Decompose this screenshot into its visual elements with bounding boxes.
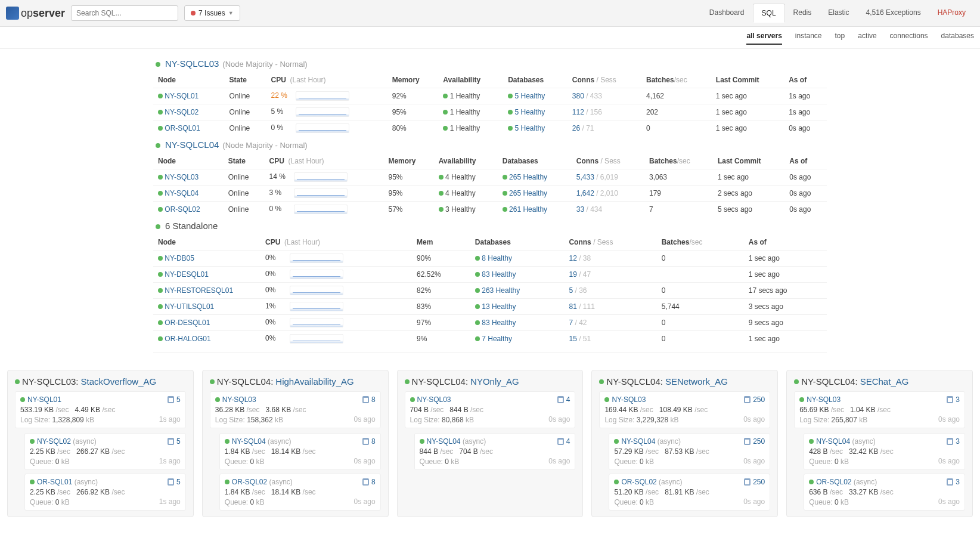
nav-dashboard[interactable]: Dashboard xyxy=(701,4,753,23)
db-link[interactable]: 5 Healthy xyxy=(515,92,545,100)
db-link[interactable]: 265 Healthy xyxy=(509,173,547,181)
conns-link[interactable]: 1,642 xyxy=(576,189,594,197)
conns-link[interactable]: 7 xyxy=(569,319,573,327)
nav--exceptions[interactable]: 4,516 Exceptions xyxy=(858,4,929,23)
replica-node-link[interactable]: NY-SQL02 xyxy=(37,437,71,446)
node-link[interactable]: NY-SQL03 xyxy=(165,173,199,181)
nav-elastic[interactable]: Elastic xyxy=(820,4,857,23)
cluster-table: NodeStateCPU (Last Hour)MemoryAvailabili… xyxy=(153,72,827,136)
db-link[interactable]: 5 Healthy xyxy=(515,124,545,132)
subnav-connections[interactable]: connections xyxy=(890,32,928,45)
sparkline-icon xyxy=(294,172,348,182)
db-count[interactable]: 250 xyxy=(744,437,765,446)
status-dot-icon xyxy=(439,207,444,212)
db-link[interactable]: 83 Healthy xyxy=(482,319,516,327)
database-icon xyxy=(168,478,174,486)
conns-link[interactable]: 380 xyxy=(572,92,584,100)
primary-node-link[interactable]: NY-SQL01 xyxy=(27,395,168,404)
subnav-instance[interactable]: instance xyxy=(795,32,822,45)
logo[interactable]: opserver xyxy=(6,7,65,20)
subnav-active[interactable]: active xyxy=(858,32,876,45)
db-link[interactable]: 83 Healthy xyxy=(482,270,516,279)
conns-link[interactable]: 5 xyxy=(569,286,573,295)
status-dot-icon xyxy=(158,110,163,115)
status-dot-icon xyxy=(158,94,163,98)
subnav-all-servers[interactable]: all servers xyxy=(746,32,781,45)
issues-button[interactable]: 7 Issues ▼ xyxy=(184,5,240,21)
conns-link[interactable]: 112 xyxy=(572,108,584,116)
db-link[interactable]: 261 Healthy xyxy=(509,205,547,214)
status-dot-icon xyxy=(191,11,196,16)
node-link[interactable]: OR-SQL01 xyxy=(165,124,200,132)
status-dot-icon xyxy=(475,304,480,309)
subnav-top[interactable]: top xyxy=(835,32,845,45)
status-dot-icon xyxy=(475,272,480,277)
cluster-header: NY-SQLCL04 (Node Majority - Normal) xyxy=(153,136,827,153)
cluster-table: NodeStateCPU (Last Hour)MemoryAvailabili… xyxy=(153,153,827,217)
ag-link[interactable]: StackOverflow_AG xyxy=(81,376,157,387)
conns-link[interactable]: 19 xyxy=(569,270,576,279)
replica-node-link[interactable]: NY-SQL04 xyxy=(816,437,850,446)
conns-link[interactable]: 5,433 xyxy=(576,173,594,181)
db-count[interactable]: 3 xyxy=(947,437,960,446)
conns-link[interactable]: 26 xyxy=(572,124,580,132)
db-count[interactable]: 8 xyxy=(362,478,376,486)
primary-node-link[interactable]: NY-SQL03 xyxy=(417,395,557,404)
primary-node-link[interactable]: NY-SQL03 xyxy=(807,395,947,404)
db-link[interactable]: 263 Healthy xyxy=(482,286,520,295)
db-count[interactable]: 4 xyxy=(557,395,570,404)
db-count[interactable]: 8 xyxy=(362,395,376,404)
replica-node-link[interactable]: OR-SQL02 xyxy=(816,478,851,486)
db-link[interactable]: 7 Healthy xyxy=(482,335,512,343)
node-link[interactable]: OR-SQL02 xyxy=(165,205,200,214)
node-link[interactable]: NY-SQL02 xyxy=(165,108,199,116)
ag-link[interactable]: NYOnly_AG xyxy=(470,376,519,387)
conns-link[interactable]: 12 xyxy=(569,254,576,262)
search-input[interactable] xyxy=(71,5,178,21)
db-count[interactable]: 8 xyxy=(362,437,376,446)
status-dot-icon xyxy=(156,143,160,148)
node-link[interactable]: NY-SQL04 xyxy=(165,189,199,197)
ag-link[interactable]: SEChat_AG xyxy=(860,376,909,387)
node-link[interactable]: NY-UTILSQL01 xyxy=(165,302,214,311)
primary-node-link[interactable]: NY-SQL03 xyxy=(222,395,362,404)
cluster-link[interactable]: NY-SQLCL03 xyxy=(165,58,219,69)
db-count[interactable]: 5 xyxy=(168,437,181,446)
replica-node-link[interactable]: NY-SQL04 xyxy=(232,437,266,446)
db-link[interactable]: 8 Healthy xyxy=(482,254,512,262)
node-link[interactable]: NY-DB05 xyxy=(165,254,194,262)
db-count[interactable]: 250 xyxy=(744,478,765,486)
ag-link[interactable]: HighAvailability_AG xyxy=(275,376,353,387)
database-icon xyxy=(557,438,564,445)
db-count[interactable]: 5 xyxy=(168,395,181,404)
database-icon xyxy=(362,438,369,445)
ag-link[interactable]: SENetwork_AG xyxy=(665,376,728,387)
cluster-link[interactable]: NY-SQLCL04 xyxy=(165,140,219,150)
conns-link[interactable]: 33 xyxy=(576,205,584,214)
db-count[interactable]: 5 xyxy=(168,478,181,486)
node-link[interactable]: NY-SQL01 xyxy=(165,92,199,100)
nav-haproxy[interactable]: HAProxy xyxy=(929,4,974,23)
db-link[interactable]: 13 Healthy xyxy=(482,302,516,311)
primary-node-link[interactable]: NY-SQL03 xyxy=(612,395,744,404)
node-link[interactable]: NY-RESTORESQL01 xyxy=(165,286,233,295)
node-link[interactable]: NY-DESQL01 xyxy=(165,270,209,279)
db-count[interactable]: 3 xyxy=(947,395,960,404)
db-count[interactable]: 250 xyxy=(744,395,765,404)
replica-node-link[interactable]: NY-SQL04 xyxy=(621,437,655,446)
db-count[interactable]: 3 xyxy=(947,478,960,486)
conns-link[interactable]: 81 xyxy=(569,302,576,311)
replica-node-link[interactable]: NY-SQL04 xyxy=(427,437,461,446)
subnav-databases[interactable]: databases xyxy=(941,32,974,45)
conns-link[interactable]: 15 xyxy=(569,335,576,343)
node-link[interactable]: OR-DESQL01 xyxy=(165,319,210,327)
node-link[interactable]: OR-HALOG01 xyxy=(165,335,210,343)
replica-node-link[interactable]: OR-SQL02 xyxy=(232,478,267,486)
replica-node-link[interactable]: OR-SQL01 xyxy=(37,478,72,486)
nav-sql[interactable]: SQL xyxy=(753,4,785,23)
nav-redis[interactable]: Redis xyxy=(785,4,820,23)
db-link[interactable]: 5 Healthy xyxy=(515,108,545,116)
db-link[interactable]: 265 Healthy xyxy=(509,189,547,197)
db-count[interactable]: 4 xyxy=(557,437,570,446)
replica-node-link[interactable]: OR-SQL02 xyxy=(621,478,656,486)
